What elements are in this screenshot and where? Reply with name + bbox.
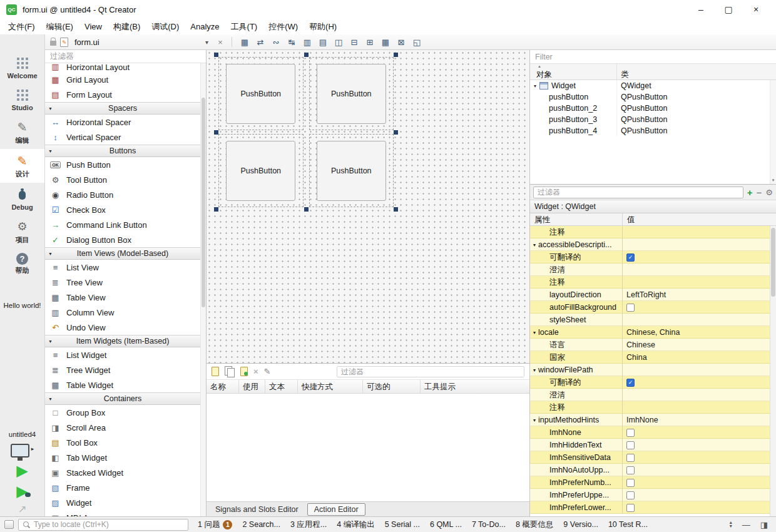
mode-projects[interactable]: ⚙项目 — [0, 215, 44, 248]
property-value[interactable]: ImhNone — [623, 414, 770, 426]
configure-property-editor-icon[interactable]: ⚙ — [765, 188, 773, 197]
property-value[interactable] — [623, 301, 770, 314]
locator[interactable] — [18, 519, 188, 531]
property-value[interactable] — [623, 238, 770, 251]
checkbox[interactable] — [626, 454, 635, 462]
object-row[interactable]: pushButton_4QPushButton — [530, 125, 770, 136]
locator-input[interactable] — [34, 520, 184, 529]
widget-item[interactable]: OKPush Button — [45, 157, 200, 172]
widget-item[interactable]: ≡List View — [45, 260, 200, 275]
column-header[interactable]: 工具提示 — [421, 380, 529, 393]
property-row[interactable]: ImhPreferUppe... — [530, 489, 770, 501]
expander-icon[interactable]: ▾ — [533, 417, 536, 423]
selection-handle[interactable] — [394, 207, 398, 212]
widget-category-header[interactable]: ▼Containers — [45, 392, 200, 405]
property-row[interactable]: ▾accessibleDescripti... — [530, 238, 770, 251]
expander-icon[interactable]: ▾ — [533, 242, 536, 248]
selection-handle[interactable] — [394, 130, 398, 135]
menu-item[interactable]: 帮助(H) — [304, 19, 342, 34]
column-header-property[interactable]: 属性 — [530, 213, 623, 225]
maximize-button[interactable]: ▢ — [715, 1, 742, 18]
object-row[interactable]: pushButton_3QPushButton — [530, 114, 770, 125]
expander-icon[interactable]: ▾ — [534, 83, 536, 89]
checkbox[interactable] — [626, 491, 635, 499]
property-value[interactable] — [623, 501, 770, 514]
checkbox[interactable] — [626, 479, 635, 487]
menu-item[interactable]: View — [79, 20, 108, 33]
widget-item[interactable]: ⚙Tool Button — [45, 172, 200, 187]
push-button-widget[interactable]: PushButton — [226, 64, 295, 124]
checkbox[interactable] — [626, 304, 635, 312]
lay-out-horizontally-icon[interactable]: ▥ — [300, 36, 314, 48]
column-header[interactable]: 使用 — [239, 380, 265, 393]
run-button[interactable]: ▶ — [16, 463, 28, 478]
object-filter-input[interactable] — [530, 50, 776, 64]
output-pane-toggle-icon[interactable]: ▴ ▾ — [730, 521, 732, 528]
property-row[interactable]: 语言Chinese — [530, 339, 770, 351]
property-value[interactable]: China — [623, 351, 770, 364]
edit-widgets-icon[interactable]: ▦ — [238, 36, 252, 48]
action-table-body[interactable] — [207, 394, 529, 501]
widget-item[interactable]: ◨Scroll Area — [45, 420, 200, 435]
property-value[interactable] — [623, 464, 770, 476]
new-action-icon[interactable] — [212, 367, 219, 376]
widget-category-header[interactable]: ▼Item Widgets (Item-Based) — [45, 335, 200, 347]
checkbox[interactable] — [626, 466, 635, 474]
push-button-widget[interactable]: PushButton — [317, 64, 386, 124]
minimize-output-icon[interactable]: — — [742, 520, 750, 529]
tab-action-editor[interactable]: Action Editor — [307, 503, 365, 516]
analyze-arrow-icon[interactable]: ↗ — [18, 504, 26, 514]
column-header-value[interactable]: 值 — [623, 213, 776, 225]
property-row[interactable]: ImhPreferLower... — [530, 501, 770, 514]
widget-item[interactable]: ▤Form Layout — [45, 87, 200, 102]
expander-icon[interactable]: ▾ — [533, 367, 536, 373]
remove-dynamic-property-icon[interactable]: − — [757, 187, 762, 198]
scrollbar-thumb[interactable] — [202, 98, 205, 307]
widget-box-scrollbar[interactable] — [200, 63, 206, 516]
widget-item[interactable]: ≡List Widget — [45, 347, 200, 362]
property-value[interactable] — [623, 389, 770, 401]
mode-debug[interactable]: Debug — [0, 183, 44, 215]
object-row[interactable]: pushButton_2QPushButton — [530, 103, 770, 114]
property-row[interactable]: autoFillBackground — [530, 301, 770, 314]
widget-item[interactable]: ▥Column View — [45, 305, 200, 320]
menu-item[interactable]: 构建(B) — [108, 19, 146, 34]
delete-action-icon[interactable]: × — [253, 367, 258, 376]
property-row[interactable]: ▾inputMethodHintsImhNone — [530, 414, 770, 426]
object-row[interactable]: pushButtonQPushButton — [530, 91, 770, 103]
widget-item[interactable]: →Command Link Button — [45, 217, 200, 232]
menu-item[interactable]: Analyze — [185, 20, 225, 33]
widget-item[interactable]: ☑Check Box — [45, 202, 200, 217]
output-pane-button[interactable]: 1 问题1 — [193, 518, 237, 532]
scroll-down-icon[interactable]: ▾ — [772, 178, 775, 183]
menu-item[interactable]: 文件(F) — [3, 19, 41, 34]
property-row[interactable]: styleSheet — [530, 314, 770, 326]
property-value[interactable] — [623, 439, 770, 451]
column-header-class[interactable]: 类 — [616, 64, 776, 79]
widget-category-header[interactable]: ▼Spacers — [45, 102, 200, 115]
debug-run-button[interactable]: ▶ — [16, 484, 28, 499]
property-row[interactable]: ImhNone — [530, 426, 770, 439]
widget-item[interactable]: ▤Tool Box — [45, 435, 200, 450]
output-pane-button[interactable]: 10 Test R... — [603, 518, 653, 531]
push-button-widget[interactable]: PushButton — [317, 141, 386, 201]
property-value[interactable]: Chinese, China — [623, 326, 770, 339]
widget-item[interactable]: ▥MDI Area — [45, 510, 200, 516]
close-button[interactable]: × — [742, 1, 770, 18]
property-row[interactable]: 可翻译的✓ — [530, 251, 770, 263]
scrollbar-thumb[interactable] — [771, 228, 775, 297]
lay-out-in-grid-icon[interactable]: ▦ — [379, 36, 392, 48]
widget-item[interactable]: ▦Table View — [45, 290, 200, 305]
menu-item[interactable]: 调试(D) — [146, 19, 185, 34]
selection-handle[interactable] — [394, 53, 398, 57]
toggle-right-sidebar-icon[interactable]: ◨ — [760, 520, 768, 529]
action-filter-input[interactable] — [337, 366, 524, 377]
widget-item[interactable]: ↔Horizontal Spacer — [45, 115, 200, 130]
property-value[interactable]: ✓ — [623, 376, 770, 389]
property-value[interactable] — [623, 451, 770, 464]
object-tree-scrollbar[interactable]: ▾ — [770, 80, 776, 184]
widget-item[interactable]: ▦Grid Layout — [45, 72, 200, 87]
widget-item[interactable]: ≣Tree Widget — [45, 362, 200, 377]
widget-item[interactable]: ▨Widget — [45, 495, 200, 510]
mode-help[interactable]: ?帮助 — [0, 248, 44, 279]
